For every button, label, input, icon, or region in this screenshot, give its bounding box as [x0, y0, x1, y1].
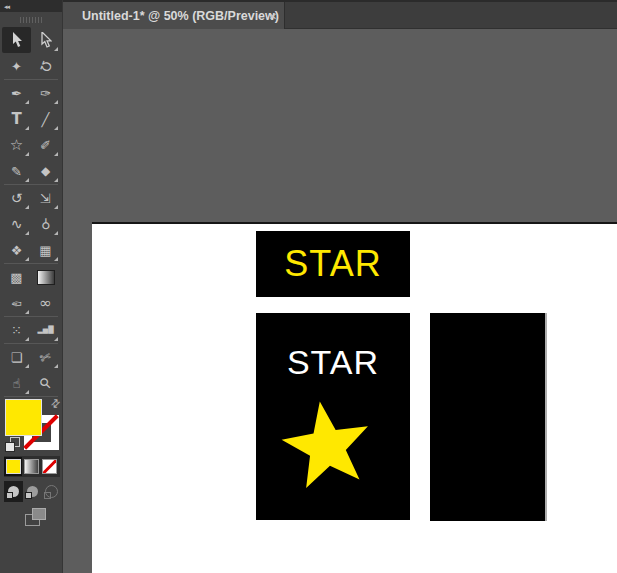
pen-tool[interactable]: ✒	[2, 80, 31, 106]
star-shape-tool[interactable]: ☆	[2, 132, 31, 158]
banner-star-text: STAR	[284, 243, 381, 285]
direct-selection-tool[interactable]	[31, 27, 60, 53]
tools-panel-header: ◂◂	[0, 0, 62, 12]
scale-icon: ⇲	[40, 192, 51, 205]
magic-wand-tool[interactable]: ✦	[2, 53, 31, 79]
mesh-tool[interactable]: ▩	[2, 264, 31, 290]
type-tool[interactable]: T	[2, 106, 31, 132]
shape-builder-icon: ❖	[11, 244, 23, 257]
rotate-tool[interactable]: ↺	[2, 185, 31, 211]
symbol-sprayer-icon: ⁙	[11, 324, 22, 337]
perspective-grid-tool[interactable]: ▦	[31, 237, 60, 263]
color-chip-icon	[6, 459, 21, 474]
artboard-icon: ❏	[11, 351, 23, 364]
curvature-icon: ✑	[40, 87, 51, 100]
gradient-button[interactable]	[22, 457, 40, 476]
perspective-grid-icon: ▦	[39, 244, 51, 257]
artboard[interactable]: STAR STAR	[92, 222, 617, 573]
document-tab[interactable]: Untitled-1* @ 50% (RGB/Preview) ✕	[62, 2, 285, 29]
zoom-tool[interactable]: ⚲	[31, 370, 60, 396]
column-graph-icon: ▂▅█	[37, 327, 53, 334]
star-shape-icon: ☆	[10, 138, 23, 153]
tools-panel: ◂◂ ✦ Ω ✒ ✑ T ╱ ☆ ✐ ✎ ◆	[0, 0, 63, 573]
width-tool[interactable]: ∿	[2, 211, 31, 237]
gradient-tool[interactable]	[31, 264, 60, 290]
document-tab-title: Untitled-1* @ 50% (RGB/Preview)	[62, 9, 279, 23]
empty-black-rectangle[interactable]	[430, 313, 547, 521]
puppet-warp-tool[interactable]: ⚲	[31, 211, 60, 237]
line-icon: ╱	[42, 113, 50, 126]
poster-rectangle[interactable]: STAR	[256, 313, 410, 520]
line-segment-tool[interactable]: ╱	[31, 106, 60, 132]
toolbar-separator	[4, 396, 58, 397]
blend-icon: ∞	[39, 296, 52, 311]
poster-star-text: STAR	[256, 343, 410, 382]
eraser-tool[interactable]: ◆	[31, 158, 60, 184]
change-screen-mode-button[interactable]	[25, 508, 47, 526]
curvature-tool[interactable]: ✑	[31, 80, 60, 106]
magic-wand-icon: ✦	[11, 60, 22, 73]
gradient-icon	[37, 270, 55, 285]
eraser-icon: ◆	[41, 165, 50, 177]
selection-arrow-icon	[10, 32, 23, 48]
shaper-icon: ✎	[11, 165, 22, 178]
draw-normal-icon	[8, 486, 19, 497]
selection-tool[interactable]	[2, 27, 31, 53]
artboard-tool[interactable]: ❏	[2, 344, 31, 370]
zoom-magnifier-icon: ⚲	[37, 374, 54, 391]
canvas-pasteboard[interactable]: STAR STAR	[62, 29, 617, 573]
document-tab-bar: Untitled-1* @ 50% (RGB/Preview) ✕	[62, 0, 617, 29]
paintbrush-tool[interactable]: ✐	[31, 132, 60, 158]
banner-rectangle[interactable]: STAR	[256, 231, 410, 297]
column-graph-tool[interactable]: ▂▅█	[31, 317, 60, 343]
hand-icon: ☝	[13, 377, 21, 390]
illustrator-window: ◂◂ ✦ Ω ✒ ✑ T ╱ ☆ ✐ ✎ ◆	[0, 0, 617, 573]
lasso-tool[interactable]: Ω	[31, 53, 60, 79]
gradient-chip-icon	[24, 459, 39, 474]
symbol-sprayer-tool[interactable]: ⁙	[2, 317, 31, 343]
draw-inside-mode[interactable]	[42, 481, 61, 502]
color-button[interactable]	[4, 457, 22, 476]
width-icon: ∿	[11, 217, 23, 231]
slice-icon: ✄	[38, 349, 53, 365]
color-mode-strip	[4, 456, 60, 477]
panel-drag-grip[interactable]	[20, 17, 42, 23]
mesh-icon: ▩	[10, 271, 22, 284]
slice-tool[interactable]: ✄	[31, 344, 60, 370]
draw-behind-mode[interactable]	[23, 481, 42, 502]
rotate-icon: ↺	[11, 191, 23, 205]
blend-tool[interactable]: ∞	[31, 290, 60, 316]
type-icon: T	[11, 112, 21, 127]
close-tab-icon[interactable]: ✕	[266, 9, 280, 23]
paintbrush-icon: ✐	[40, 139, 51, 152]
eyedropper-tool[interactable]: ✑	[2, 290, 31, 316]
draw-normal-mode[interactable]	[4, 481, 23, 502]
hand-tool[interactable]: ☝	[2, 370, 31, 396]
pen-icon: ✒	[11, 87, 22, 100]
lasso-icon: Ω	[38, 59, 54, 73]
default-fill-stroke-icon[interactable]	[5, 437, 19, 451]
draw-inside-icon	[45, 485, 58, 498]
drawing-modes	[4, 481, 62, 502]
scale-tool[interactable]: ⇲	[31, 185, 60, 211]
draw-behind-icon	[27, 486, 38, 497]
none-button[interactable]	[40, 457, 58, 476]
yellow-star-shape[interactable]	[277, 397, 377, 497]
puppet-warp-pin-icon: ⚲	[41, 218, 51, 231]
eyedropper-icon: ✑	[11, 297, 22, 310]
direct-selection-arrow-icon	[39, 32, 52, 48]
collapse-panel-icon[interactable]: ◂◂	[4, 3, 9, 10]
shaper-tool[interactable]: ✎	[2, 158, 31, 184]
shape-builder-tool[interactable]: ❖	[2, 237, 31, 263]
fill-swatch[interactable]	[5, 399, 42, 436]
none-chip-icon	[42, 459, 57, 474]
swap-fill-stroke-icon[interactable]: ⇄	[48, 396, 62, 410]
